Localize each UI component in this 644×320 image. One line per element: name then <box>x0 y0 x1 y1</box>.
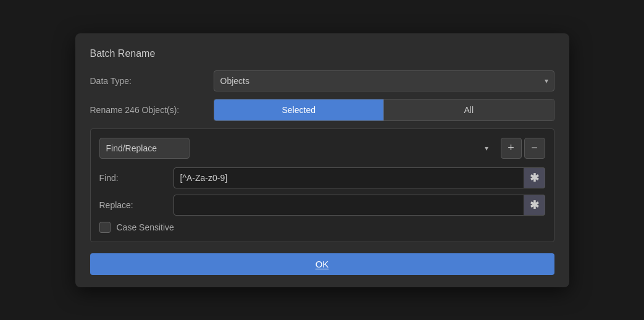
find-input[interactable] <box>174 167 524 188</box>
all-button[interactable]: All <box>383 99 554 120</box>
remove-operation-button[interactable]: − <box>524 138 545 159</box>
find-clear-icon: ✱ <box>530 171 539 185</box>
replace-input[interactable] <box>174 195 524 216</box>
add-operation-button[interactable]: + <box>501 138 522 159</box>
replace-input-wrapper: ✱ <box>174 195 545 216</box>
case-sensitive-label[interactable]: Case Sensitive <box>117 222 174 232</box>
section-header: Find/Replace Set Name Strip Characters S… <box>99 138 545 159</box>
rename-toggle-control: Selected All <box>214 99 554 121</box>
find-clear-button[interactable]: ✱ <box>524 167 545 188</box>
rename-toggle-group: Selected All <box>214 99 554 121</box>
section-dropdown-wrapper: Find/Replace Set Name Strip Characters S… <box>99 138 495 159</box>
replace-clear-button[interactable]: ✱ <box>524 195 545 216</box>
find-replace-section: Find/Replace Set Name Strip Characters S… <box>90 128 554 242</box>
data-type-select[interactable]: Objects Bones Materials Images <box>214 70 554 91</box>
replace-label: Replace: <box>99 200 174 210</box>
replace-row: Replace: ✱ <box>99 195 545 216</box>
find-input-wrapper: ✱ <box>174 167 545 188</box>
case-sensitive-checkbox[interactable] <box>99 222 111 233</box>
ok-button[interactable]: OK <box>90 253 554 275</box>
batch-rename-dialog: Batch Rename Data Type: Objects Bones Ma… <box>75 33 569 287</box>
find-row: Find: ✱ <box>99 167 545 188</box>
dialog-title: Batch Rename <box>90 48 554 59</box>
operation-chevron-icon: ▾ <box>485 144 488 153</box>
operation-select[interactable]: Find/Replace Set Name Strip Characters S… <box>99 138 190 159</box>
data-type-label: Data Type: <box>90 76 214 86</box>
data-type-row: Data Type: Objects Bones Materials Image… <box>90 70 554 91</box>
data-type-control: Objects Bones Materials Images ▾ <box>214 70 554 91</box>
selected-button[interactable]: Selected <box>214 99 384 120</box>
rename-row: Rename 246 Object(s): Selected All <box>90 99 554 121</box>
replace-clear-icon: ✱ <box>530 198 539 212</box>
rename-label: Rename 246 Object(s): <box>90 105 214 115</box>
data-type-select-wrapper: Objects Bones Materials Images ▾ <box>214 70 554 91</box>
case-sensitive-row: Case Sensitive <box>99 222 545 233</box>
find-label: Find: <box>99 173 174 183</box>
